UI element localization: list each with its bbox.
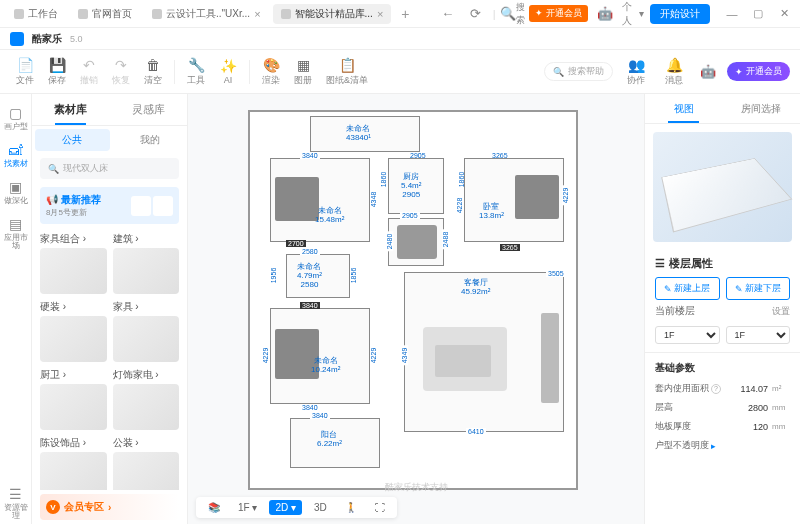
category-card[interactable]: 建筑 › (113, 232, 180, 294)
close-icon[interactable]: × (254, 8, 260, 20)
home-icon (14, 9, 24, 19)
tool-render[interactable]: 🎨渲染 (256, 55, 286, 89)
new-upper-floor-button[interactable]: ✎ 新建上层 (655, 277, 720, 300)
app-version: 5.0 (70, 34, 83, 44)
sidebar: 素材库 灵感库 公共 我的 🔍现代双人床 📢 最新推荐 8月5号更新 家具组合 … (32, 94, 188, 524)
leftbar-item-floorplan[interactable]: ▢画户型 (2, 100, 30, 135)
search-icon[interactable]: 🔍搜索 (501, 3, 523, 25)
sidebar-search[interactable]: 🔍现代双人床 (40, 158, 179, 179)
minimize-button[interactable]: — (722, 4, 742, 24)
category-thumb (113, 384, 180, 430)
field-height[interactable]: 层高2800mm (645, 398, 800, 417)
category-label: 公装 › (113, 436, 180, 450)
fit-button[interactable]: ⛶ (369, 500, 391, 515)
sidebar-promo[interactable]: 📢 最新推荐 8月5号更新 (40, 187, 179, 224)
leftbar-item-material[interactable]: 🛋找素材 (2, 137, 30, 172)
coop-icon: 👥 (628, 57, 644, 73)
tab-cloudtool[interactable]: 云设计工具.."UXr...× (144, 4, 269, 24)
category-label: 建筑 › (113, 232, 180, 246)
floorplan[interactable]: 未命名43840¹ 未命名15.48m² 3840 2905 3265 1860… (248, 110, 578, 490)
category-card[interactable]: 家具 › (113, 300, 180, 362)
sidebar-tab-inspire[interactable]: 灵感库 (110, 94, 188, 125)
category-label: 厨卫 › (40, 368, 107, 382)
floor-settings[interactable]: 设置 (772, 305, 790, 318)
field-opacity[interactable]: 户型不透明度 ▸ (645, 436, 800, 455)
info-icon[interactable]: ? (711, 384, 721, 394)
close-icon[interactable]: × (377, 8, 383, 20)
web-icon (78, 9, 88, 19)
category-label: 家具组合 › (40, 232, 107, 246)
canvas[interactable]: 未命名43840¹ 未命名15.48m² 3840 2905 3265 1860… (188, 94, 644, 524)
category-card[interactable]: 硬装 › (40, 300, 107, 362)
category-card[interactable]: 家具组合 › (40, 232, 107, 294)
walk-button[interactable]: 🚶 (339, 500, 363, 515)
tool-coop[interactable]: 👥协作 (621, 55, 651, 89)
category-thumb (40, 316, 107, 362)
rp-tab-view[interactable]: 视图 (645, 94, 723, 123)
user-menu[interactable]: 个人 ▾ (622, 3, 644, 25)
leftbar-item-market[interactable]: ▤应用市场 (2, 211, 30, 254)
category-card[interactable]: 灯饰家电 › (113, 368, 180, 430)
save-icon: 💾 (49, 57, 65, 73)
tab-smartdesign[interactable]: 智能设计精品库...× (273, 4, 392, 24)
view-3d[interactable]: 3D (308, 500, 333, 515)
rp-tab-room[interactable]: 房间选择 (723, 94, 801, 123)
tab-workbench[interactable]: 工作台 (6, 4, 66, 24)
tools-icon: 🔧 (188, 57, 204, 73)
category-thumb (40, 384, 107, 430)
leftbar-item-deepen[interactable]: ▣做深化 (2, 174, 30, 209)
category-thumb (113, 248, 180, 294)
sidebar-subtab-mine[interactable]: 我的 (113, 126, 188, 154)
category-label: 硬装 › (40, 300, 107, 314)
tool-tools[interactable]: 🔧工具 (181, 55, 211, 89)
tool-drawings[interactable]: 📋图纸&清单 (320, 55, 374, 89)
new-tab-button[interactable]: + (395, 4, 415, 24)
tab-homepage[interactable]: 官网首页 (70, 4, 140, 24)
vip-badge[interactable]: ✦ 开通会员 (529, 5, 588, 22)
refresh-icon[interactable]: ⟳ (465, 3, 487, 25)
view-2d[interactable]: 2D ▾ (269, 500, 302, 515)
tool-redo[interactable]: ↷恢复 (106, 55, 136, 89)
robot-icon[interactable]: 🤖 (594, 3, 616, 25)
vip-button[interactable]: ✦ 开通会员 (727, 62, 790, 81)
category-card[interactable]: 厨卫 › (40, 368, 107, 430)
floor-select-2[interactable]: 1F (726, 326, 791, 344)
search-help-input[interactable]: 🔍 搜索帮助 (544, 62, 613, 81)
undo-icon: ↶ (81, 57, 97, 73)
field-thickness[interactable]: 地板厚度120mm (645, 417, 800, 436)
floor-select-1[interactable]: 1F (655, 326, 720, 344)
category-thumb (113, 452, 180, 490)
tool-msg[interactable]: 🔔消息 (659, 55, 689, 89)
sidebar-subtab-public[interactable]: 公共 (35, 129, 110, 151)
tool-save[interactable]: 💾保存 (42, 55, 72, 89)
close-button[interactable]: ✕ (774, 4, 794, 24)
render-icon: 🎨 (263, 57, 279, 73)
album-icon: ▦ (295, 57, 311, 73)
preview-3d[interactable] (653, 132, 792, 242)
clear-icon: 🗑 (145, 57, 161, 73)
layers-button[interactable]: 📚 (202, 500, 226, 515)
category-label: 陈设饰品 › (40, 436, 107, 450)
watermark: 酷家乐技术支持 (385, 481, 448, 494)
sidebar-vip[interactable]: V会员专区 › (40, 494, 179, 520)
start-design-button[interactable]: 开始设计 (650, 4, 710, 24)
cloud-icon (152, 9, 162, 19)
category-card[interactable]: 陈设饰品 › (40, 436, 107, 490)
back-icon[interactable]: ← (437, 3, 459, 25)
market-icon: ▤ (7, 215, 25, 233)
leftbar-item-resources[interactable]: ☰资源管理 (2, 481, 30, 524)
current-floor-label: 当前楼层 (655, 304, 705, 318)
section-floor-props: ☰ 楼层属性 (645, 250, 800, 277)
maximize-button[interactable]: ▢ (748, 4, 768, 24)
floor-selector[interactable]: 1F ▾ (232, 500, 263, 515)
tool-ai[interactable]: ✨AI (213, 56, 243, 87)
category-card[interactable]: 公装 › (113, 436, 180, 490)
tool-file[interactable]: 📄文件 (10, 55, 40, 89)
sidebar-tab-material[interactable]: 素材库 (32, 94, 110, 125)
category-label: 家具 › (113, 300, 180, 314)
tool-undo[interactable]: ↶撤销 (74, 55, 104, 89)
new-lower-floor-button[interactable]: ✎ 新建下层 (726, 277, 791, 300)
tool-clear[interactable]: 🗑清空 (138, 55, 168, 89)
tool-album[interactable]: ▦图册 (288, 55, 318, 89)
assist-icon[interactable]: 🤖 (697, 61, 719, 83)
